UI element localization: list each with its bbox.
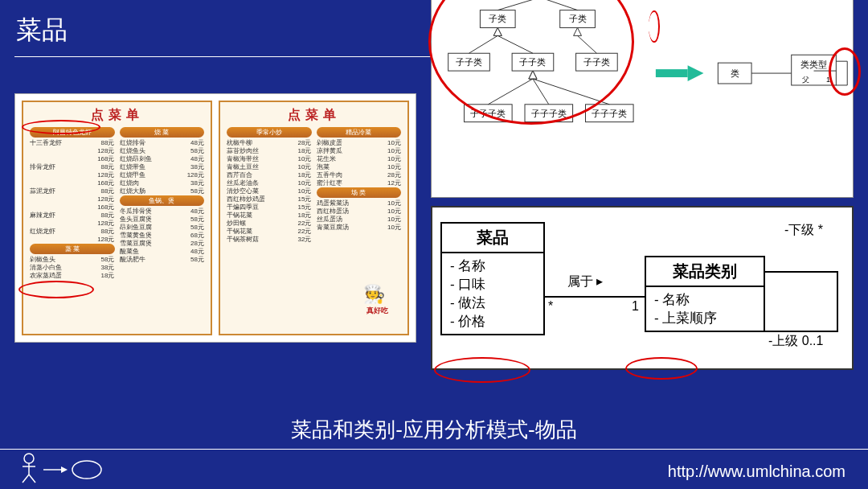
menu-item-row: 干锅茶树菇32元	[227, 236, 312, 244]
menu-category: 季常小炒	[227, 127, 312, 138]
uml-class-name: 菜品类别	[646, 257, 764, 287]
annotation-circle-icon	[434, 357, 530, 383]
menu-item-row: 青椒海带丝10元	[227, 155, 312, 163]
menu-item-row: 鸡蛋紫菜汤10元	[317, 199, 402, 208]
menu-item-row: 128元	[30, 220, 115, 228]
menu-item-row: 红烧大肠58元	[120, 187, 205, 195]
svg-marker-50	[61, 466, 68, 473]
annotation-circle-icon	[625, 357, 698, 380]
uml-attr: 上菜顺序	[654, 309, 755, 327]
svg-marker-42	[529, 71, 537, 79]
uml-attr: 口味	[450, 275, 535, 294]
svg-text:子子类: 子子类	[583, 57, 610, 67]
svg-text:父: 父	[802, 76, 809, 84]
menu-item-row: 酸汤肥牛58元	[120, 256, 205, 264]
menu-item-row: 剁椒鱼头58元	[30, 256, 115, 264]
menu-item-row: 麻辣龙虾88元	[30, 212, 115, 220]
menu-item-row: 排骨龙虾88元	[30, 163, 115, 171]
menu-item-row: 炒田螺22元	[227, 220, 312, 228]
svg-line-48	[29, 475, 35, 483]
menu-item-row: 红烧排骨48元	[120, 139, 205, 147]
menu-left-column: 点菜单 阿昌特色龙虾十三香龙虾88元128元168元排骨龙虾88元128元168…	[22, 101, 212, 335]
menu-item-row: 五香牛肉28元	[317, 171, 402, 179]
uml-multiplicity: *	[548, 299, 553, 314]
menu-item-row: 128元	[30, 236, 115, 244]
menu-item-row: 红烧肉38元	[120, 179, 205, 187]
menu-item-row: 红烧龙虾88元	[30, 228, 115, 236]
menu-category: 烧 菜	[120, 127, 205, 138]
menu-item-row: 花生米10元	[317, 155, 402, 163]
uml-association	[545, 296, 645, 298]
uml-self-label-bottom: -上级 0..1	[768, 333, 823, 350]
annotation-circle-icon	[22, 120, 100, 134]
menu-item-row: 干煸四季豆15元	[227, 203, 312, 212]
svg-line-35	[497, 35, 533, 53]
menu-category: 场 类	[317, 187, 402, 198]
menu-item-row: 青椒土豆丝10元	[227, 163, 312, 171]
uml-class-attrs: 名称口味做法价格	[442, 253, 543, 334]
svg-line-31	[540, 0, 578, 10]
menu-item-row: 红烧带鱼38元	[120, 163, 205, 171]
menu-item-row: 蒜泥龙虾88元	[30, 187, 115, 195]
menu-item-row: 168元	[30, 203, 115, 212]
svg-text:类类型: 类类型	[800, 60, 827, 69]
menu-category: 精品冷菜	[317, 127, 402, 138]
menu-item-row: 剁椒皮蛋10元	[317, 139, 402, 147]
menu-item-row: 168元	[30, 155, 115, 163]
menu-item-row: 西芹百合18元	[227, 171, 312, 179]
svg-text:子类: 子类	[569, 14, 587, 24]
svg-text:子子类: 子子类	[456, 57, 482, 67]
svg-marker-19	[688, 65, 704, 81]
slide-caption: 菜品和类别-应用分析模式-物品	[0, 416, 868, 444]
svg-text:子类: 子类	[489, 14, 506, 24]
svg-line-33	[469, 35, 497, 53]
svg-text:1: 1	[826, 76, 830, 84]
svg-line-29	[497, 0, 540, 10]
uml-class-name: 菜品	[442, 224, 543, 253]
menu-item-row: 凉拌黄瓜10元	[317, 147, 402, 155]
menu-item-row: 红烧鱼头58元	[120, 147, 205, 155]
svg-text:子子子类: 子子子类	[531, 109, 567, 118]
uml-class-diagram: 菜品 名称口味做法价格 菜品类别 名称上菜顺序 属于 ▸ * 1 -下级 * -…	[431, 206, 854, 370]
svg-text:子子类: 子子类	[519, 57, 546, 67]
menu-item-row: 红烧甲鱼128元	[120, 171, 205, 179]
menu-item-row: 干锅花菜22元	[227, 228, 312, 236]
menu-item-row: 西红柿蛋汤10元	[317, 208, 402, 216]
menu-item-row: 冬瓜排骨煲48元	[120, 208, 205, 216]
uml-class-attrs: 名称上菜顺序	[646, 287, 764, 331]
menu-item-row: 杭椒牛柳28元	[227, 139, 312, 147]
menu-item-row: 泡菜10元	[317, 163, 402, 171]
uml-attr: 做法	[450, 294, 535, 312]
menu-right-column: 点菜单 季常小炒杭椒牛柳28元蒜苔炒肉丝18元青椒海带丝10元青椒土豆丝10元西…	[219, 101, 409, 335]
menu-item-row: 丝瓜老油条10元	[227, 179, 312, 187]
svg-text:子子子类: 子子子类	[592, 109, 627, 118]
uml-self-association	[765, 235, 855, 347]
svg-point-51	[72, 461, 101, 479]
uml-attr: 名称	[654, 290, 755, 309]
uml-association-label: 属于 ▸	[567, 273, 603, 290]
svg-line-37	[578, 35, 597, 53]
svg-text:子子子类: 子子子类	[470, 109, 506, 118]
uml-attr: 价格	[450, 312, 535, 331]
menu-item-row: 红烧昂刺鱼48元	[120, 155, 205, 163]
svg-text:类: 类	[731, 68, 739, 78]
menu-item-row: 鱼头豆腐煲58元	[120, 216, 205, 224]
svg-marker-36	[574, 27, 582, 35]
uml-class-dish: 菜品 名称口味做法价格	[440, 222, 545, 335]
menu-item-row: 丝瓜蛋汤10元	[317, 216, 402, 224]
menu-item-row: 昂刺鱼豆腐58元	[120, 224, 205, 232]
svg-line-47	[23, 475, 29, 483]
menu-item-row: 农家蒸鸡蛋18元	[30, 272, 115, 280]
footer-url: http://www.umlchina.com	[668, 462, 845, 481]
menu-item-row: 干锅花菜18元	[227, 212, 312, 220]
chef-icon: 🧑‍🍳	[363, 284, 385, 305]
uml-attr: 名称	[450, 257, 535, 275]
menu-item-row: 雪菜豆腐煲28元	[120, 240, 205, 248]
svg-point-44	[24, 454, 34, 463]
menu-item-row: 128元	[30, 171, 115, 179]
menu-item-row: 蒜苔炒肉丝18元	[227, 147, 312, 155]
uml-class-category: 菜品类别 名称上菜顺序	[645, 256, 765, 332]
uml-self-label-top: -下级 *	[784, 222, 823, 239]
menu-item-row: 128元	[30, 195, 115, 203]
menu-category: 蒸 菜	[30, 244, 115, 254]
